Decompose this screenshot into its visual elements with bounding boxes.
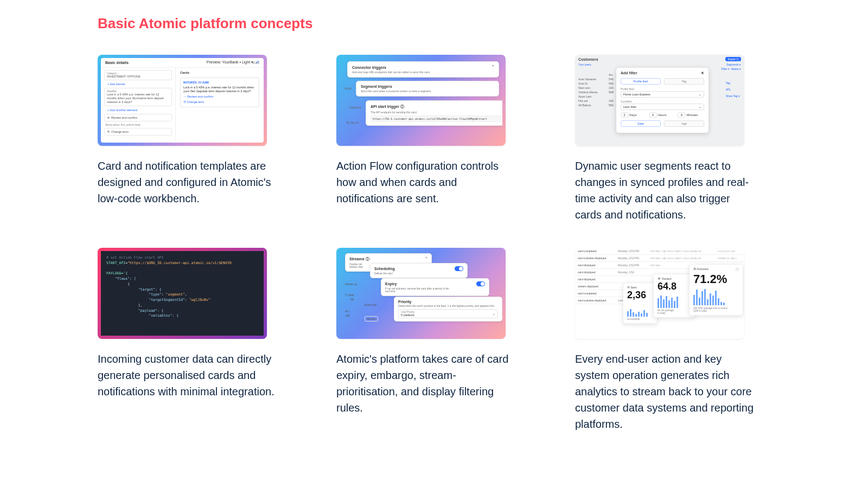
caption-segments: Dynamic user segments react to changes i…: [575, 158, 754, 223]
section-heading: Basic Atomic platform concepts: [98, 15, 770, 32]
caption-card-templates: Card and notification templates are desi…: [98, 158, 277, 207]
preview-pill[interactable]: Preview: YourBank • Light ▾: [207, 60, 253, 64]
concepts-grid: Basic details Edit Preview: YourBank • L…: [98, 55, 770, 432]
headline-text: Lock in a 5.43% p.a. interest rate for 1…: [107, 93, 169, 104]
close-icon[interactable]: ✕: [701, 71, 704, 75]
deliver-on-label: Deliver on: [345, 282, 358, 286]
btn-date[interactable]: Date: [621, 120, 661, 127]
viewed-value: 64.8: [658, 281, 691, 292]
streams-title: Streams ⓘ: [349, 256, 369, 262]
card-change-link[interactable]: ⟲ Change term: [183, 100, 256, 104]
code-block: # set Action Flow start API START_API="h…: [101, 251, 264, 336]
import-button[interactable]: Import ⓘ: [725, 57, 741, 61]
label-30day: 30 day ac: [346, 121, 359, 124]
caption-api-payload: Incoming customer data can directly gene…: [98, 351, 277, 400]
add-filter-modal: Add filter✕ Profile field Tag Profile fi…: [616, 68, 709, 133]
expiry-title: Expiry: [385, 282, 397, 286]
thumb-action-flow: Connector triggers˄ Add and map URL endp…: [336, 55, 506, 146]
thumb-api-payload: # set Action Flow start API START_API="h…: [98, 248, 267, 339]
concept-action-flow: Connector triggers˄ Add and map URL endp…: [336, 55, 532, 223]
profile-field-label: Profile field: [621, 87, 704, 91]
basic-details-label: Basic details: [105, 61, 129, 65]
hours-input[interactable]: 0: [649, 112, 657, 118]
analytics-event-row: card-subview-displayedMonday, 2:52 PM7df…: [575, 255, 744, 262]
scheduling-toggle[interactable]: [455, 266, 463, 271]
filters-link[interactable]: Filter ▾: [721, 67, 730, 70]
thumb-card-templates: Basic details Edit Preview: YourBank • L…: [98, 55, 267, 146]
category-value: INVESTMENT OPTIONS: [107, 75, 169, 78]
concept-segments: Customers Import ⓘ Your users Segments ▾…: [575, 55, 770, 223]
segments-link[interactable]: Segments ▾: [726, 63, 741, 66]
label-segment: Segment: [349, 106, 361, 109]
link-change[interactable]: Change term: [111, 130, 129, 133]
condition-select[interactable]: Less than⌄: [621, 104, 704, 110]
caption-analytics: Every end-user action and key system ope…: [575, 351, 754, 432]
sent-label: ✉ Sent: [627, 286, 653, 289]
days-input[interactable]: 2: [621, 112, 628, 118]
right-col-apl[interactable]: APL: [726, 86, 740, 93]
btn-age[interactable]: Age: [664, 120, 704, 127]
customers-title: Customers: [578, 57, 598, 61]
concept-card-templates: Basic details Edit Preview: YourBank • L…: [98, 55, 293, 223]
api-url[interactable]: https://50-1.customer-api.atomic.io/v1/3…: [371, 115, 502, 122]
chevron-up-icon[interactable]: ˄: [425, 257, 427, 261]
analytics-event-row: card-completedMonday, 2:53 PM7dfc60e-1a8…: [575, 248, 744, 255]
expiry-type-label: Expiry typ: [365, 303, 376, 306]
chevron-up-icon[interactable]: ˄: [492, 65, 494, 69]
server-action-label: Server action: firm_submit name: [104, 124, 172, 126]
card-date: MATURES: 24 JUNE: [183, 81, 256, 85]
info-icon[interactable]: ⓘ: [736, 267, 739, 272]
scheduling-title: Scheduling: [374, 267, 395, 271]
card-review-link[interactable]: → Review and confirm: [183, 95, 256, 99]
right-col-tag: Tag: [726, 80, 740, 86]
label-build: -Build: [344, 87, 352, 90]
filter-title: Add filter: [621, 71, 637, 75]
right-col-showtag[interactable]: Show Tag ▾: [726, 93, 740, 99]
add-banner-link[interactable]: + Add banner: [104, 82, 172, 86]
minutes-input[interactable]: 0: [678, 112, 685, 118]
add-element-link[interactable]: + Add another element: [104, 108, 172, 112]
expand-icon[interactable]: ⤢: [256, 60, 259, 65]
sent-value: 2,36: [627, 290, 653, 301]
absolute-value[interactable]: Absolut: [365, 316, 378, 322]
thumb-scheduling: Streams ⓘ˄ Display cal always disp Sched…: [336, 248, 506, 339]
caption-action-flow: Action Flow configuration controls how a…: [336, 158, 515, 207]
viewed-label: 👁 Viewed: [658, 277, 691, 280]
segment-title: Segment triggers: [361, 85, 392, 88]
api-sub: The API endpoint for sending this card.: [371, 111, 502, 114]
thumb-analytics: card-completedMonday, 2:53 PM7dfc60e-1a8…: [575, 248, 744, 339]
card-body: Lock in a 5.43% p.a. interest rate for 1…: [183, 86, 256, 93]
link-review[interactable]: Review and confirm: [111, 116, 137, 119]
profile-field-select[interactable]: Home Loan Express⌄: [621, 91, 704, 98]
priority-title: Priority: [398, 300, 412, 304]
expiry-toggle[interactable]: [476, 281, 485, 286]
thumb-segments: Customers Import ⓘ Your users Segments ▾…: [575, 55, 744, 146]
connector-sub: Add and map URL endpoints that can be ca…: [352, 70, 494, 74]
concept-api-payload: # set Action Flow start API START_API="h…: [98, 248, 293, 432]
segment-sub: Send this card when a customer enters or…: [361, 89, 494, 93]
concept-scheduling: Streams ⓘ˄ Display cal always disp Sched…: [336, 248, 532, 432]
viewed-sparkline: [658, 294, 691, 308]
select-link[interactable]: Select ▾: [731, 67, 741, 70]
actioned-label: ⚙ Actioned: [693, 267, 709, 272]
tab-tag[interactable]: Tag: [664, 78, 704, 85]
cards-label: Cards: [180, 71, 259, 74]
sent-sparkline: [627, 303, 653, 317]
concept-analytics: card-completedMonday, 2:53 PM7dfc60e-1a8…: [575, 248, 770, 432]
actioned-value: 71.2%: [693, 272, 739, 286]
caption-scheduling: Atomic's platform takes care of card exp…: [336, 351, 515, 416]
connector-title: Connector triggers: [352, 66, 386, 69]
card-priority-select[interactable]: Card Priority5 (default) ⌄: [398, 309, 498, 318]
condition-label: Condition: [621, 100, 704, 103]
customers-row-your-users: Your users: [578, 63, 591, 66]
actioned-sparkline: [693, 288, 739, 305]
api-title: API start trigger ⓘ: [371, 104, 404, 110]
tab-profile-field[interactable]: Profile field: [621, 78, 661, 85]
